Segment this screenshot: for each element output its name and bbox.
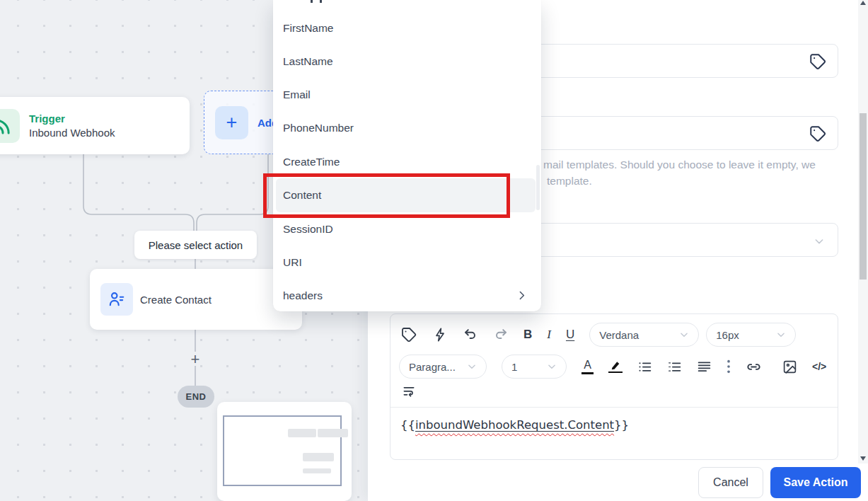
chevron-right-icon (516, 289, 528, 301)
dropdown-item-content[interactable]: Content (273, 178, 541, 212)
token-prefix: {{ (400, 418, 415, 432)
trigger-node-text: Trigger Inbound Webhook (29, 113, 115, 139)
merge-tag-icon[interactable] (400, 326, 417, 343)
dropdown-item-email[interactable]: Email (273, 78, 541, 111)
dropdown-item-createtime[interactable]: CreateTime (273, 145, 541, 178)
scrollbar-up-arrow[interactable] (860, 1, 866, 5)
dropdown-scrollbar-thumb[interactable] (536, 165, 540, 210)
webhook-signal-icon (0, 109, 20, 143)
dropdown-item-headers[interactable]: headers (273, 279, 541, 312)
insert-step-button[interactable]: + (185, 350, 205, 369)
text-wrap-icon[interactable] (402, 384, 416, 398)
merge-token: inboundWebhookRequest.Content (415, 418, 614, 432)
bullet-list-icon[interactable] (637, 359, 652, 374)
chevron-down-icon (814, 236, 825, 247)
end-badge: END (178, 386, 214, 408)
redo-icon[interactable] (493, 327, 509, 342)
line-height-select[interactable]: 1 (502, 355, 567, 379)
code-view-icon[interactable]: </> (812, 361, 826, 372)
editor-toolbar-row2: Paragra... 1 A (390, 348, 838, 379)
cancel-button[interactable]: Cancel (698, 467, 763, 498)
line-height-value: 1 (511, 361, 517, 373)
helper-text-line2: template. (547, 173, 838, 189)
panel-scrollbar[interactable] (858, 0, 868, 463)
save-action-button[interactable]: Save Action (770, 467, 861, 498)
dropdown-item-uri[interactable]: URI (273, 246, 541, 279)
align-justify-icon[interactable] (697, 359, 712, 374)
editor-toolbar-row1: B I U Verdana 16px (390, 314, 838, 348)
font-size-select[interactable]: 16px (706, 323, 796, 347)
font-family-value: Verdana (599, 329, 639, 341)
chevron-down-icon (776, 330, 786, 340)
minimap-node-bar (318, 429, 348, 437)
more-options-icon[interactable] (727, 359, 731, 374)
contact-person-icon (100, 283, 133, 316)
create-contact-label: Create Contact (140, 294, 212, 306)
bold-button[interactable]: B (523, 328, 532, 342)
text-color-button[interactable]: A (581, 359, 594, 374)
create-contact-node[interactable]: Create Contact (90, 269, 302, 330)
font-size-value: 16px (716, 329, 739, 341)
minimap-viewport[interactable] (223, 415, 342, 486)
minimap-node-bar (303, 468, 331, 473)
plus-icon: + (215, 106, 248, 139)
marker-icon (609, 360, 622, 371)
tag-icon[interactable] (809, 125, 827, 143)
canvas-minimap[interactable] (217, 402, 352, 501)
image-icon[interactable] (782, 359, 797, 374)
paragraph-style-select[interactable]: Paragra... (399, 355, 487, 379)
action-prompt-label: Please select action (134, 231, 257, 259)
highlight-color-button[interactable] (608, 360, 623, 374)
rich-text-editor: B I U Verdana 16px Paragra... 1 (390, 313, 838, 460)
app-window: Trigger Inbound Webhook + Add Please sel… (0, 0, 868, 501)
trigger-node-subtitle: Inbound Webhook (29, 127, 115, 139)
clipped-item-fragment (311, 0, 313, 3)
italic-button[interactable]: I (547, 328, 551, 342)
minimap-node-bar (303, 453, 334, 461)
trigger-node[interactable]: Trigger Inbound Webhook (0, 97, 190, 154)
undo-icon[interactable] (463, 327, 478, 342)
helper-text-line1: mail templates. Should you choose to lea… (543, 156, 838, 173)
dropdown-item-lastname[interactable]: LastName (273, 45, 541, 78)
paragraph-style-value: Paragra... (409, 361, 456, 373)
numbered-list-icon[interactable] (667, 359, 682, 374)
editor-content-area[interactable]: {{inboundWebhookRequest.Content}} (390, 408, 838, 442)
link-icon[interactable] (746, 359, 762, 375)
clipped-item-fragment (320, 0, 322, 3)
dropdown-item-sessionid[interactable]: SessionID (273, 212, 541, 246)
highlight-color-bar (608, 372, 623, 374)
text-color-letter: A (584, 359, 591, 372)
lightning-icon[interactable] (432, 327, 448, 342)
font-family-select[interactable]: Verdana (589, 323, 699, 347)
variable-picker-dropdown: FirstName LastName Email PhoneNumber Cre… (273, 0, 541, 311)
chevron-down-icon (679, 330, 689, 340)
text-color-bar (581, 372, 594, 374)
dropdown-item-firstname[interactable]: FirstName (273, 11, 541, 45)
scrollbar-down-arrow[interactable] (860, 456, 866, 461)
minimap-node-bar (288, 429, 316, 437)
chevron-down-icon (467, 362, 477, 372)
chevron-down-icon (547, 362, 557, 372)
scrollbar-thumb[interactable] (860, 113, 867, 280)
dropdown-item-phonenumber[interactable]: PhoneNumber (273, 111, 541, 144)
trigger-node-title: Trigger (29, 113, 115, 125)
underline-button[interactable]: U (566, 328, 574, 342)
token-suffix: }} (614, 418, 629, 432)
tag-icon[interactable] (809, 52, 827, 71)
editor-toolbar-row3 (390, 379, 838, 403)
